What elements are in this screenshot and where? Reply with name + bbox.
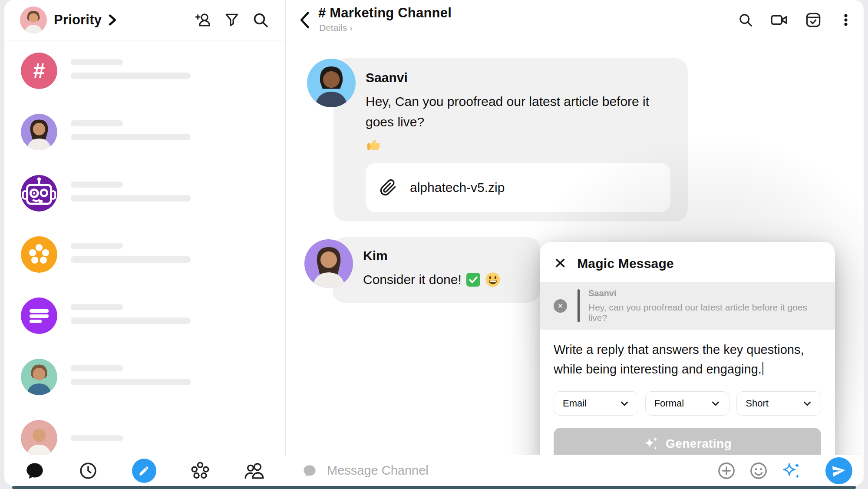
- hash-icon: #: [33, 59, 45, 83]
- sidebar-item-contact[interactable]: [4, 407, 285, 455]
- search-icon[interactable]: [738, 12, 753, 28]
- attachment-card[interactable]: alphatech-v5.zip: [366, 163, 670, 212]
- quote-author: Saanvi: [588, 288, 821, 298]
- chevron-down-icon: [802, 399, 812, 408]
- sidebar-item-app[interactable]: [4, 224, 285, 285]
- add-person-icon[interactable]: [194, 11, 212, 29]
- text-lines-icon: [21, 297, 57, 334]
- length-select[interactable]: Short: [736, 391, 821, 416]
- send-button[interactable]: [825, 457, 852, 484]
- chevron-right-icon[interactable]: [108, 14, 117, 26]
- bottom-bar: [4, 455, 864, 486]
- avatar-saanvi[interactable]: [307, 59, 356, 107]
- placeholder-bar: [71, 59, 123, 65]
- sparkle-icon: [643, 436, 659, 452]
- remove-quote-icon[interactable]: ✕: [554, 299, 567, 313]
- chevron-down-icon: [620, 399, 629, 408]
- sidebar-item-contact[interactable]: [4, 101, 285, 162]
- close-icon[interactable]: ✕: [554, 256, 567, 271]
- channel-hash-avatar: #: [21, 53, 57, 89]
- person-photo-icon: [21, 420, 57, 456]
- apps-tab-icon[interactable]: [191, 461, 210, 480]
- placeholder-bar: [71, 73, 191, 79]
- placeholder-bar: [71, 134, 191, 140]
- message-bubble: Saanvi Hey, Can you proofread our latest…: [333, 58, 688, 221]
- placeholder-bar: [71, 195, 191, 202]
- message-input[interactable]: [326, 463, 717, 478]
- dots-cluster-icon: [21, 236, 57, 273]
- placeholder-bar: [71, 435, 123, 441]
- video-call-icon[interactable]: [770, 11, 788, 29]
- person-photo-icon: [20, 7, 47, 33]
- dots-avatar: [21, 236, 57, 273]
- chevron-left-icon: [299, 11, 310, 29]
- option-selects: Email Formal Short: [554, 391, 821, 416]
- sidebar-item-notes[interactable]: [4, 285, 285, 346]
- message-bubble-icon: [303, 464, 317, 478]
- chevron-right-icon: ›: [350, 23, 353, 33]
- placeholder-bar: [71, 317, 191, 324]
- person-photo-icon: [21, 359, 57, 395]
- placeholder-bar: [71, 365, 123, 371]
- conversation-list: #: [4, 40, 285, 455]
- workspace-title: Priority: [54, 12, 102, 28]
- search-icon[interactable]: [251, 11, 270, 29]
- quoted-message: ✕ Saanvi Hey, can you proofread our late…: [540, 282, 835, 330]
- attachment-filename: alphatech-v5.zip: [410, 180, 505, 195]
- sidebar-header: Priority: [4, 0, 285, 40]
- sidebar-item-bot[interactable]: [4, 162, 285, 224]
- quote-text: Hey, can you proofread our latest articl…: [588, 302, 821, 323]
- back-button[interactable]: [299, 10, 314, 30]
- person-photo-icon: [307, 59, 356, 107]
- message-author: Kim: [363, 248, 525, 263]
- message-text: Consider it done!: [363, 269, 525, 290]
- robot-icon: [21, 175, 57, 211]
- sidebar-item-channel[interactable]: #: [4, 40, 285, 101]
- sidebar-item-contact[interactable]: [4, 346, 285, 407]
- message-saanvi: Saanvi Hey, Can you proofread our latest…: [333, 58, 688, 221]
- contacts-tab-icon[interactable]: [244, 461, 264, 481]
- placeholder-bar: [71, 243, 123, 249]
- paperclip-icon: [380, 179, 397, 196]
- message-text: Hey, Can you proofread our latest articl…: [366, 91, 671, 152]
- message-author: Saanvi: [366, 70, 671, 85]
- avatar-kim[interactable]: [304, 239, 353, 288]
- message-kim: Kim Consider it done!: [333, 237, 540, 303]
- sidebar: Priority: [4, 0, 286, 455]
- magic-prompt-input[interactable]: Write a reply that answers the key quest…: [554, 340, 821, 379]
- robot-avatar: [21, 175, 57, 211]
- text-cursor: [762, 362, 763, 375]
- chats-tab-icon[interactable]: [25, 461, 44, 480]
- pencil-icon: [138, 465, 150, 477]
- person-avatar: [21, 420, 57, 456]
- lines-avatar: [21, 297, 57, 334]
- popup-title: Magic Message: [577, 256, 674, 271]
- emoji-picker-icon[interactable]: [749, 461, 768, 480]
- compose-button[interactable]: [132, 459, 156, 483]
- current-user-avatar[interactable]: [20, 7, 47, 33]
- magic-sparkle-icon[interactable]: [781, 461, 801, 481]
- magic-message-popup: ✕ Magic Message ✕ Saanvi Hey, can you pr…: [540, 242, 835, 472]
- check-mark-emoji: [466, 272, 481, 287]
- history-tab-icon[interactable]: [79, 461, 98, 480]
- person-photo-icon: [304, 239, 353, 288]
- placeholder-bar: [71, 120, 123, 126]
- grinning-face-emoji: [485, 272, 501, 287]
- placeholder-bar: [71, 182, 123, 188]
- placeholder-bar: [71, 256, 191, 263]
- add-attachment-icon[interactable]: [717, 461, 736, 480]
- chevron-down-icon: [711, 399, 720, 408]
- quote-divider: [578, 289, 580, 322]
- placeholder-bar: [71, 379, 191, 385]
- nav-bar: [4, 455, 285, 486]
- chat-header: # Marketing Channel Details ›: [286, 0, 864, 40]
- format-select[interactable]: Email: [554, 391, 638, 416]
- tasks-icon[interactable]: [805, 11, 822, 29]
- channel-details-link[interactable]: Details ›: [319, 23, 353, 33]
- filter-icon[interactable]: [223, 11, 241, 29]
- more-menu-icon[interactable]: [838, 13, 853, 27]
- window-base-edge: [12, 486, 856, 489]
- channel-title: # Marketing Channel: [318, 5, 452, 21]
- popup-header: ✕ Magic Message: [554, 253, 821, 274]
- tone-select[interactable]: Formal: [645, 391, 730, 416]
